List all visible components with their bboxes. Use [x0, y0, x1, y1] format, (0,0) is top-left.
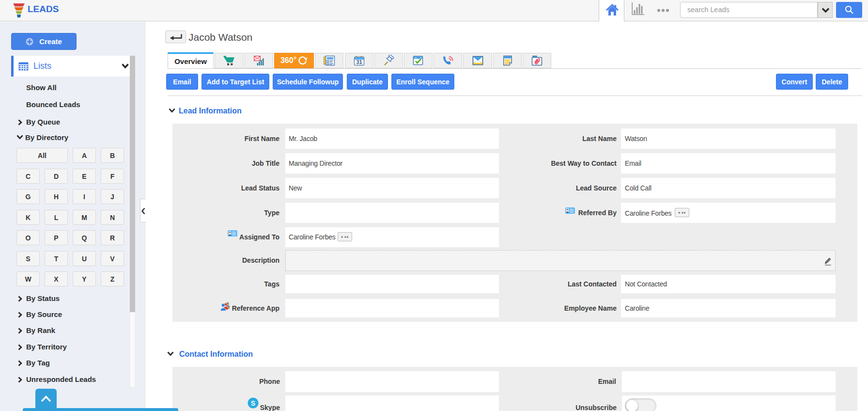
svg-text:S: S [251, 399, 255, 407]
svg-text:31: 31 [356, 59, 362, 65]
